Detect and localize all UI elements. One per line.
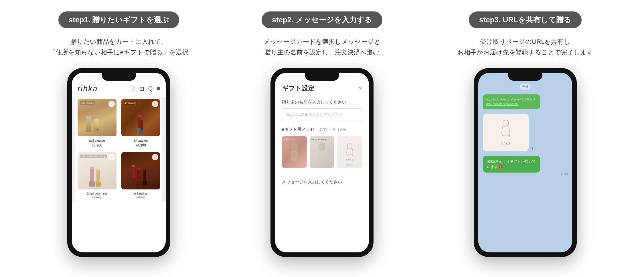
heart-icon[interactable]: ♡	[130, 85, 135, 92]
svg-rect-14	[131, 178, 136, 183]
step2-section: step2. メッセージを入力する メッセージカードを選択しメッセージと 贈り主…	[225, 11, 419, 257]
svg-rect-5	[139, 130, 143, 134]
svg-rect-8	[89, 181, 95, 187]
svg-rect-6	[90, 168, 94, 184]
svg-rect-1	[138, 115, 141, 117]
svg-point-25	[347, 143, 352, 148]
nail-set-heart[interactable]: ♡	[108, 154, 115, 160]
nail-set-label: 2 nail polish setcatalog	[87, 192, 107, 199]
nail-catalog-image: nail catalog ♡ ☞	[78, 99, 116, 136]
gift-preview-figure-svg	[498, 120, 514, 139]
svg-rect-17	[136, 181, 141, 186]
lip-catalog-heart[interactable]: ♡	[152, 101, 158, 107]
gift-card-3-label: gift for...	[346, 164, 353, 166]
search-icon[interactable]: Q	[148, 85, 153, 92]
product-card-lip-nail-set[interactable]: ♡ lip & nail setcatalog	[119, 150, 163, 202]
step2-screen: ギフト設定 × 贈り主の名前を入力してください あなたの名前を入力してください …	[275, 73, 369, 252]
svg-rect-4	[141, 118, 143, 120]
gift-card-2-label: happy birthday!	[311, 138, 327, 141]
chat-timestamp: 17:38	[560, 173, 568, 176]
lip-catalog-label: lip catalog	[133, 138, 148, 143]
svg-rect-20	[143, 181, 147, 185]
gift-preview-card: rihka	[483, 114, 529, 151]
gift-dialog-close-button[interactable]: ×	[359, 85, 362, 92]
svg-rect-19	[143, 169, 146, 171]
product-grid: nail catalog ♡ ☞ nail catalog ¥3,200	[72, 97, 166, 202]
gift-card-3-figure	[344, 143, 355, 157]
chat-url-link[interactable]: https://gift.rihka.com/ eeae4571-6f9c-40…	[486, 98, 535, 106]
svg-point-26	[503, 120, 509, 126]
cart-icon[interactable]: ⊡	[139, 85, 144, 92]
nail-set-image: nail polish set catalog ♡	[78, 152, 116, 189]
step1-badge: step1. 贈りたいギフトを選ぶ	[58, 11, 179, 28]
nail-catalog-label: nail catalog	[89, 138, 105, 143]
step1-phone: rihka ♡ ⊡ Q ≡ nail catalog	[67, 68, 170, 257]
nail-catalog-price: ¥3,200	[92, 143, 102, 147]
app-logo: rihka	[78, 84, 98, 93]
gift-message-group: rihkaさんよりギフトが届いています🎁 17:38	[483, 156, 568, 176]
step2-phone: ギフト設定 × 贈り主の名前を入力してください あなたの名前を入力してください …	[270, 68, 374, 257]
message-section-label: メッセージを入力してください	[282, 179, 362, 185]
chat-card-container: rihka ⬆	[483, 114, 568, 151]
sender-name-input[interactable]: あなたの名前を入力してください	[282, 108, 362, 121]
share-icon[interactable]: ⬆	[531, 147, 534, 151]
nail-catalog-overlay-label: nail catalog	[80, 101, 95, 105]
svg-rect-9	[96, 171, 100, 184]
step1-description: 贈りたい商品をカートに入れて、 「住所を知らない相手にeギフトで贈る」を選択	[49, 36, 188, 58]
gift-preview-brand-label: rihka	[501, 141, 511, 145]
app-header-icons: ♡ ⊡ Q ≡	[130, 85, 160, 92]
gift-dialog: ギフト設定 × 贈り主の名前を入力してください あなたの名前を入力してください …	[275, 73, 369, 252]
svg-rect-10	[96, 169, 100, 171]
lip-catalog-image: lip catalog ♡	[121, 99, 160, 136]
lip-nail-set-heart[interactable]: ♡	[152, 154, 158, 160]
menu-icon[interactable]: ≡	[157, 85, 160, 92]
lip-nail-set-label: lip & nail setcatalog	[133, 192, 148, 199]
phone-notch-1	[102, 73, 136, 81]
step3-description: 受け取りページのURLを共有し お相手がお届け先を登録することで完了します	[457, 36, 593, 58]
phone-notch-2	[305, 73, 339, 81]
product-card-nail-set[interactable]: nail polish set catalog ♡ 2 nail polish …	[75, 150, 119, 202]
svg-rect-11	[96, 182, 101, 187]
nail-catalog-heart[interactable]: ♡	[108, 101, 115, 107]
step3-badge: step3. URLを共有して贈る	[469, 11, 582, 28]
message-section: メッセージを入力してください	[282, 175, 362, 185]
step2-badge: step2. メッセージを入力する	[262, 11, 382, 28]
svg-rect-16	[137, 168, 141, 170]
gift-dialog-header: ギフト設定 ×	[282, 84, 362, 93]
svg-rect-22	[291, 151, 298, 161]
sender-label: 贈り主の名前を入力してください	[282, 100, 362, 105]
gift-card-1[interactable]: gifts for you!	[282, 136, 307, 168]
lip-catalog-overlay-label: lip catalog	[124, 101, 138, 105]
svg-point-23	[319, 143, 325, 151]
step2-description: メッセージカードを選択しメッセージと 贈り主の名前を設定し、注文決済へ進む	[264, 36, 381, 58]
required-badge: ※必須	[337, 128, 346, 131]
gift-card-3-brand: rihka	[346, 158, 353, 161]
chat-screen: 今日 https://gift.rihka.com/ eeae4571-6f9c…	[478, 73, 572, 252]
step3-screen: 今日 https://gift.rihka.com/ eeae4571-6f9c…	[478, 73, 572, 252]
gift-dialog-title: ギフト設定	[282, 84, 314, 93]
nail-set-overlay-label: nail polish set catalog	[80, 155, 107, 158]
chat-url-group: https://gift.rihka.com/ eeae4571-6f9c-40…	[483, 94, 568, 109]
gift-card-2[interactable]: happy birthday!	[310, 136, 335, 168]
step3-section: step3. URLを共有して贈る 受け取りページのURLを共有し お相手がお届…	[428, 11, 623, 257]
lip-nail-set-image: ♡	[121, 152, 160, 189]
product-card-lip-catalog[interactable]: lip catalog ♡ lip catalog ¥4,300	[119, 97, 163, 150]
step3-phone: 今日 https://gift.rihka.com/ eeae4571-6f9c…	[474, 68, 577, 257]
step1-screen: rihka ♡ ⊡ Q ≡ nail catalog	[72, 73, 166, 252]
gift-message-bubble: rihkaさんよりギフトが届いています🎁	[483, 156, 540, 173]
svg-rect-13	[132, 165, 135, 167]
product-card-nail-catalog[interactable]: nail catalog ♡ ☞ nail catalog ¥3,200	[75, 97, 119, 150]
gift-card-1-label: gifts for you!	[284, 138, 296, 141]
cursor-pointer-icon: ☞	[94, 126, 100, 133]
chat-url-bubble: https://gift.rihka.com/ eeae4571-6f9c-40…	[483, 94, 540, 109]
chat-time-label: 今日	[520, 84, 531, 90]
gift-cards-grid: gifts for you! happy birthday!	[282, 136, 362, 168]
lip-catalog-price: ¥4,300	[135, 143, 146, 147]
gift-card-3[interactable]: rihka gift for...	[337, 136, 362, 168]
svg-rect-7	[90, 167, 94, 169]
card-section-label: eギフト用メッセージカード ※必須	[282, 127, 362, 132]
phone-notch-3	[508, 73, 542, 81]
svg-rect-24	[319, 151, 325, 161]
step1-section: step1. 贈りたいギフトを選ぶ 贈りたい商品をカートに入れて、 「住所を知ら…	[21, 11, 216, 257]
svg-point-21	[291, 142, 298, 152]
